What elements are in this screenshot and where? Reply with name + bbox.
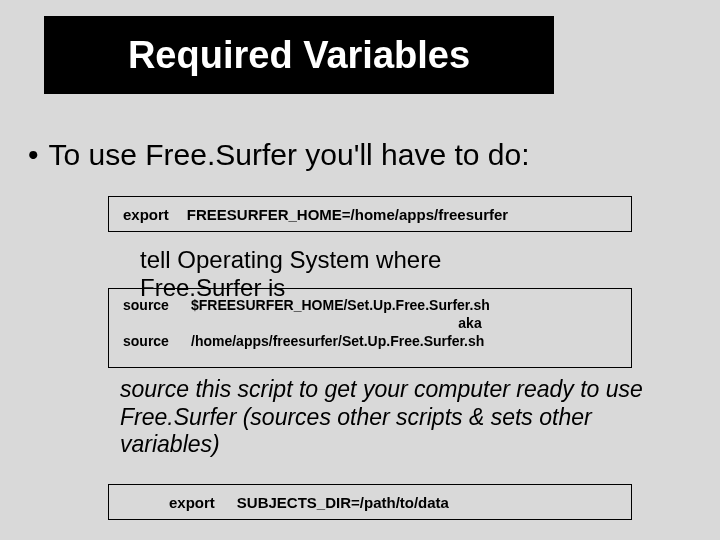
export-arg: FREESURFER_HOME=/home/apps/freesurfer	[187, 206, 508, 223]
source-cmd-2: source	[123, 333, 191, 349]
slide-title: Required Variables	[128, 34, 470, 77]
bullet-line: •To use Free.Surfer you'll have to do:	[28, 138, 530, 172]
export-arg-2: SUBJECTS_DIR=/path/to/data	[237, 494, 449, 511]
source-arg-1: $FREESURFER_HOME/Set.Up.Free.Surfer.sh	[191, 297, 490, 313]
code-box-subjects-dir: export SUBJECTS_DIR=/path/to/data	[108, 484, 632, 520]
source-arg-2: /home/apps/freesurfer/Set.Up.Free.Surfer…	[191, 333, 484, 349]
bullet-marker: •	[28, 138, 39, 171]
aka-label: aka	[123, 315, 617, 331]
source-row-2: source /home/apps/freesurfer/Set.Up.Free…	[123, 333, 617, 349]
export-cmd: export	[123, 206, 169, 223]
source-cmd-1: source	[123, 297, 191, 313]
export-cmd-2: export	[169, 494, 215, 511]
code-box-source: source $FREESURFER_HOME/Set.Up.Free.Surf…	[108, 288, 632, 368]
source-row-1: source $FREESURFER_HOME/Set.Up.Free.Surf…	[123, 297, 617, 313]
code-box-export-home: export FREESURFER_HOME=/home/apps/freesu…	[108, 196, 632, 232]
explain-source-script: source this script to get your computer …	[120, 376, 660, 459]
title-banner: Required Variables	[44, 16, 554, 94]
explain-line1: tell Operating System where	[140, 246, 441, 274]
bullet-text: To use Free.Surfer you'll have to do:	[49, 138, 530, 171]
